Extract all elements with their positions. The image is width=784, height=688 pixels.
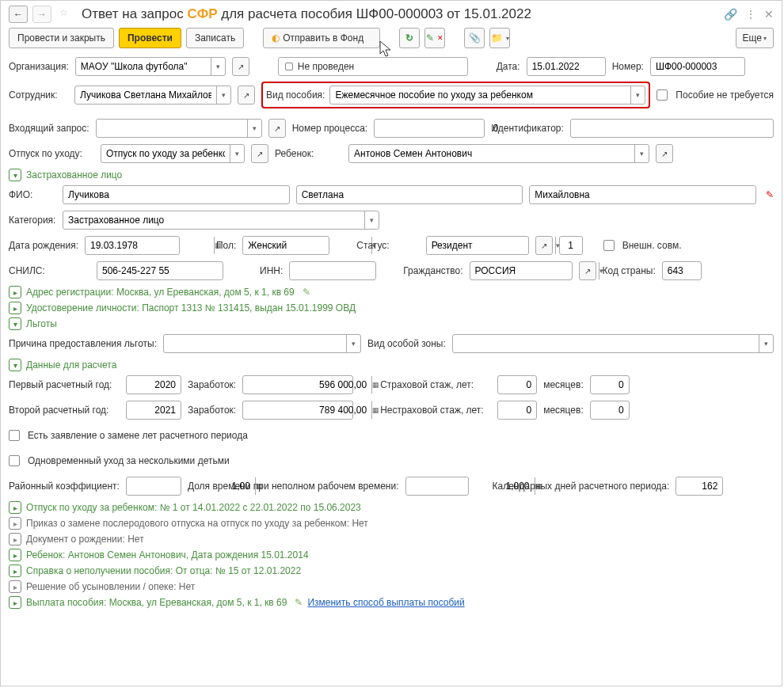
adoption-toggle[interactable]: ▸ — [9, 580, 21, 593]
coef-label: Районный коэффициент: — [9, 481, 120, 492]
leave-label: Отпуск по уходу: — [9, 148, 94, 159]
citizen-open-button[interactable]: ↗ — [579, 261, 596, 280]
request-dropdown[interactable]: ▾ — [247, 120, 261, 137]
earn2-calc-icon[interactable]: ▦ — [371, 401, 379, 419]
snils-input[interactable] — [97, 261, 223, 280]
insured-section-toggle[interactable]: ▾ — [9, 169, 21, 181]
post-button[interactable]: Провести — [119, 28, 181, 48]
nonins-months-label: месяцев: — [543, 405, 584, 416]
number-label: Номер: — [612, 61, 644, 72]
category-input[interactable] — [63, 211, 364, 229]
earn1-calc-icon[interactable]: ▦ — [371, 376, 379, 393]
fio-label: ФИО: — [9, 189, 56, 200]
dob-input[interactable] — [86, 237, 214, 254]
payment-section: Выплата пособия: Москва, ул Ереванская, … — [26, 597, 287, 608]
birth-doc-toggle[interactable]: ▸ — [9, 533, 21, 545]
middlename-input[interactable] — [529, 185, 756, 204]
sex-label: Пол: — [216, 240, 236, 251]
menu-icon[interactable]: ⋮ — [745, 8, 756, 21]
date-label: Дата: — [497, 61, 520, 72]
employee-open-button[interactable]: ↗ — [238, 86, 255, 105]
privilege-reason-dropdown[interactable]: ▾ — [346, 335, 360, 352]
refresh-button[interactable]: ↻ — [399, 28, 420, 48]
employee-label: Сотрудник: — [9, 89, 68, 101]
firstname-input[interactable] — [296, 185, 523, 204]
edit-reject-button[interactable]: ✎✕ — [424, 28, 445, 48]
leave-input[interactable] — [101, 145, 230, 162]
status-code-input[interactable] — [559, 236, 583, 255]
leave-order-toggle[interactable]: ▸ — [9, 501, 21, 514]
close-icon[interactable]: ✕ — [764, 8, 774, 21]
nonins-months-input[interactable] — [590, 401, 630, 420]
external-checkbox[interactable] — [603, 240, 615, 251]
calc-section-toggle[interactable]: ▾ — [9, 359, 21, 371]
number-input[interactable] — [650, 57, 745, 76]
zone-dropdown[interactable]: ▾ — [759, 335, 773, 352]
year2-input[interactable] — [126, 401, 181, 420]
employee-dropdown[interactable]: ▾ — [216, 86, 230, 104]
leave-open-button[interactable]: ↗ — [251, 144, 268, 163]
adoption-section: Решение об усыновлении / опеке: Нет — [26, 581, 195, 592]
window-title: Ответ на запрос СФР для расчета пособия … — [82, 6, 719, 22]
category-dropdown[interactable]: ▾ — [364, 211, 379, 229]
sex-input[interactable] — [243, 237, 371, 254]
payment-toggle[interactable]: ▸ — [9, 596, 21, 609]
ins-stage-label: Страховой стаж, лет: — [380, 379, 491, 390]
ins-stage-input[interactable] — [497, 375, 537, 394]
link-icon[interactable]: 🔗 — [724, 8, 737, 21]
more-button[interactable]: Еще▾ — [736, 28, 774, 48]
edit-fio-icon[interactable]: ✎ — [766, 189, 774, 200]
payment-edit-icon[interactable]: ✎ — [295, 597, 303, 608]
iddoc-section-toggle[interactable]: ▸ — [9, 302, 21, 314]
post-and-close-button[interactable]: Провести и закрыть — [9, 28, 114, 48]
no-benefit-label: Пособие не требуется — [676, 89, 774, 101]
status-open-button[interactable]: ↗ — [535, 236, 553, 255]
child-open-button[interactable]: ↗ — [656, 144, 673, 163]
earn1-input[interactable] — [243, 376, 371, 393]
benefit-type-dropdown[interactable]: ▾ — [630, 86, 645, 104]
employee-input[interactable] — [75, 86, 216, 104]
year1-input[interactable] — [126, 375, 181, 394]
replace-order-toggle[interactable]: ▸ — [9, 517, 21, 530]
country-code-input[interactable] — [662, 261, 702, 280]
address-section-toggle[interactable]: ▸ — [9, 286, 21, 298]
zone-input[interactable] — [453, 335, 759, 352]
replace-order-section: Приказ о замене послеродового отпуска на… — [26, 518, 368, 529]
child-label: Ребенок: — [275, 148, 342, 159]
privilege-reason-input[interactable] — [164, 335, 346, 352]
org-input[interactable] — [76, 58, 211, 75]
write-button[interactable]: Записать — [186, 28, 244, 48]
change-payment-link[interactable]: Изменить способ выплаты пособий — [307, 597, 464, 608]
leave-dropdown[interactable]: ▾ — [230, 145, 244, 162]
child-input[interactable] — [349, 145, 634, 162]
request-open-button[interactable]: ↗ — [268, 119, 286, 138]
earn2-input[interactable] — [243, 401, 371, 419]
ins-months-input[interactable] — [590, 375, 630, 394]
child-dropdown[interactable]: ▾ — [634, 145, 649, 162]
benefit-type-input[interactable] — [330, 86, 630, 104]
multiple-children-checkbox[interactable] — [9, 455, 20, 466]
lastname-input[interactable] — [63, 185, 290, 204]
child-section-toggle[interactable]: ▸ — [9, 549, 21, 561]
nav-forward-button[interactable]: → — [32, 6, 51, 23]
title-prefix: Ответ на запрос — [82, 6, 187, 21]
org-open-button[interactable]: ↗ — [232, 57, 249, 76]
address-edit-icon[interactable]: ✎ — [303, 287, 310, 298]
replace-years-checkbox[interactable] — [9, 430, 20, 441]
request-input[interactable] — [97, 120, 247, 137]
nonins-stage-input[interactable] — [497, 401, 537, 420]
period-days-input[interactable] — [676, 477, 723, 496]
attach-button[interactable]: 📎 — [464, 28, 485, 48]
cert-section-toggle[interactable]: ▸ — [9, 564, 21, 577]
privileges-section-toggle[interactable]: ▾ — [9, 317, 21, 330]
identifier-input[interactable] — [571, 120, 773, 137]
nav-back-button[interactable]: ← — [9, 6, 28, 23]
folder-button[interactable]: 📁▾ — [489, 28, 510, 48]
cert-section: Справка о неполучении пособия: От отца: … — [26, 565, 301, 576]
inn-input[interactable] — [289, 261, 376, 280]
process-input[interactable] — [375, 120, 503, 137]
favorite-star-icon[interactable]: ☆ — [59, 7, 74, 21]
org-dropdown[interactable]: ▾ — [211, 58, 225, 75]
no-benefit-checkbox[interactable] — [657, 89, 668, 101]
send-to-fund-button[interactable]: ◐Отправить в Фонд — [263, 28, 380, 48]
